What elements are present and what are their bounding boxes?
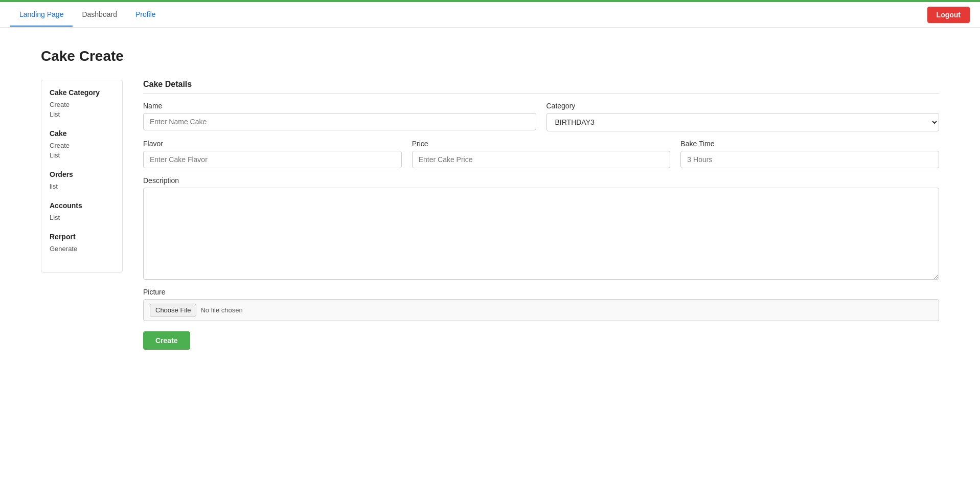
- sidebar-item-cake-category-list[interactable]: List: [50, 109, 114, 119]
- form-group-category: Category BIRTHDAY1 BIRTHDAY2 BIRTHDAY3 W…: [546, 102, 940, 131]
- form-group-price: Price: [412, 140, 671, 168]
- form-group-flavor: Flavor: [143, 140, 402, 168]
- form-area: Cake Details Name Category BIRTHDAY1 BIR…: [143, 80, 939, 350]
- sidebar-section-title-report: Rerport: [50, 233, 114, 241]
- sidebar-section-report: Rerport Generate: [50, 233, 114, 254]
- page-title: Cake Create: [41, 48, 939, 64]
- nav-links: Landing Page Dashboard Profile: [10, 3, 165, 27]
- sidebar-item-cake-list[interactable]: List: [50, 150, 114, 160]
- category-label: Category: [546, 102, 940, 110]
- sidebar-section-title-cake-category: Cake Category: [50, 88, 114, 97]
- create-button[interactable]: Create: [143, 331, 190, 350]
- sidebar-section-orders: Orders list: [50, 170, 114, 191]
- navbar-right: Logout: [927, 7, 970, 23]
- main-layout: Cake Category Create List Cake Create Li…: [41, 80, 939, 350]
- sidebar-item-accounts-list[interactable]: List: [50, 213, 114, 222]
- sidebar-section-cake-category: Cake Category Create List: [50, 88, 114, 119]
- logout-button[interactable]: Logout: [927, 7, 970, 23]
- flavor-input[interactable]: [143, 151, 402, 168]
- name-input[interactable]: [143, 113, 536, 130]
- sidebar-item-cake-category-create[interactable]: Create: [50, 100, 114, 109]
- category-select[interactable]: BIRTHDAY1 BIRTHDAY2 BIRTHDAY3 WEDDING CU…: [546, 113, 940, 131]
- sidebar-item-orders-list[interactable]: list: [50, 182, 114, 191]
- sidebar: Cake Category Create List Cake Create Li…: [41, 80, 123, 273]
- sidebar-item-cake-create[interactable]: Create: [50, 141, 114, 150]
- form-row-name-category: Name Category BIRTHDAY1 BIRTHDAY2 BIRTHD…: [143, 102, 939, 131]
- bake-time-input[interactable]: [680, 151, 939, 168]
- picture-label: Picture: [143, 288, 939, 296]
- sidebar-section-cake: Cake Create List: [50, 129, 114, 160]
- nav-link-profile[interactable]: Profile: [126, 3, 165, 27]
- name-label: Name: [143, 102, 536, 110]
- description-textarea[interactable]: [143, 188, 939, 280]
- form-section-title: Cake Details: [143, 80, 939, 94]
- sidebar-section-title-cake: Cake: [50, 129, 114, 138]
- bake-time-label: Bake Time: [680, 140, 939, 148]
- form-group-baketime: Bake Time: [680, 140, 939, 168]
- price-label: Price: [412, 140, 671, 148]
- no-file-text: No file chosen: [200, 306, 242, 314]
- sidebar-item-report-generate[interactable]: Generate: [50, 244, 114, 254]
- page-content: Cake Create Cake Category Create List Ca…: [0, 28, 980, 370]
- flavor-label: Flavor: [143, 140, 402, 148]
- file-input-wrapper: Choose File No file chosen: [143, 299, 939, 321]
- form-group-picture: Picture Choose File No file chosen: [143, 288, 939, 321]
- navbar: Landing Page Dashboard Profile Logout: [0, 2, 980, 28]
- sidebar-section-title-orders: Orders: [50, 170, 114, 178]
- choose-file-button[interactable]: Choose File: [150, 304, 196, 316]
- sidebar-section-accounts: Accounts List: [50, 201, 114, 222]
- nav-link-dashboard[interactable]: Dashboard: [73, 3, 126, 27]
- description-label: Description: [143, 176, 939, 185]
- form-row-flavor-price-baketime: Flavor Price Bake Time: [143, 140, 939, 168]
- sidebar-section-title-accounts: Accounts: [50, 201, 114, 210]
- price-input[interactable]: [412, 151, 671, 168]
- form-group-name: Name: [143, 102, 536, 131]
- nav-link-landing-page[interactable]: Landing Page: [10, 3, 73, 27]
- form-group-description: Description: [143, 176, 939, 280]
